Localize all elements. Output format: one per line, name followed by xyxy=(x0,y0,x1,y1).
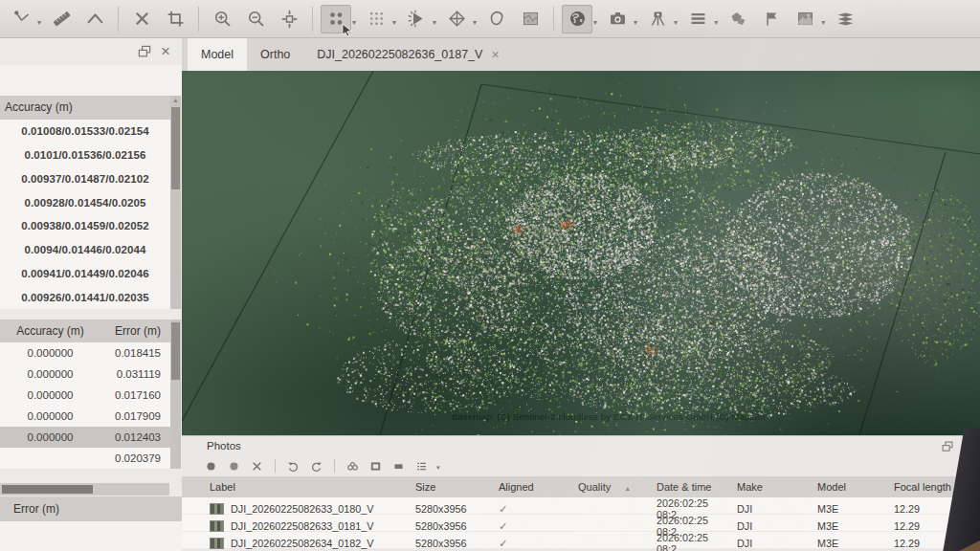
scrollbar-thumb[interactable] xyxy=(171,107,180,189)
crop-icon[interactable] xyxy=(160,5,190,33)
texture-icon[interactable] xyxy=(515,5,546,33)
column-header-date-time[interactable]: Date & time xyxy=(637,481,725,493)
accuracy-value-row[interactable]: 0.0101/0.01536/0.02156 xyxy=(0,143,170,167)
preview-icon[interactable] xyxy=(368,458,384,474)
size-cell: 5280x3956 xyxy=(402,503,486,515)
contour-icon[interactable] xyxy=(481,5,512,33)
sort-indicator-icon: ▲ xyxy=(624,485,631,492)
remove-cameras-icon[interactable] xyxy=(249,458,265,474)
column-header-quality[interactable]: Quality▲ xyxy=(563,481,637,493)
scrollbar-thumb[interactable] xyxy=(2,485,93,494)
column-header-make[interactable]: Make xyxy=(725,481,808,493)
marker-table-row[interactable]: 0.0000000.018415 xyxy=(0,342,170,364)
angle-icon[interactable] xyxy=(79,5,110,33)
marker-table-row[interactable]: 0.0000000.017160 xyxy=(0,385,170,406)
marker-table-row[interactable]: 0.020379 xyxy=(0,448,170,469)
shapes-icon[interactable] xyxy=(723,5,753,33)
zoom-in-icon[interactable] xyxy=(207,5,237,33)
toolbar-separator xyxy=(118,7,119,32)
photos-panel: Photos × ▾ LabelSizeAlignedQuality▲Date … xyxy=(182,435,980,551)
dropdown-caret-icon[interactable]: ▾ xyxy=(674,18,678,27)
delete-selection-icon[interactable] xyxy=(126,5,157,33)
dropdown-caret-icon[interactable]: ▾ xyxy=(37,18,41,27)
model-viewport[interactable]: Basemap: (C) Sentinel-2 cloudless by EOX… xyxy=(182,71,980,435)
scroll-up-icon[interactable]: ▲ xyxy=(170,96,181,105)
thumbnails-icon[interactable] xyxy=(390,458,407,474)
menu-lines-icon[interactable] xyxy=(682,5,713,33)
column-header-model[interactable]: Model xyxy=(808,481,877,493)
tab-label: Model xyxy=(201,48,234,61)
photos-panel-titlebar: Photos × xyxy=(182,436,980,455)
disable-camera-icon[interactable] xyxy=(226,458,242,474)
accuracy-value-row[interactable]: 0.0094/0.01446/0.02044 xyxy=(0,238,170,262)
marker-table-row[interactable]: 0.0000000.017909 xyxy=(0,406,170,427)
aligned-cell: ✓ xyxy=(486,519,563,533)
marker-table-row[interactable]: 0.0000000.012403 xyxy=(0,427,170,448)
photo-table-row[interactable]: DJI_20260225082634_0182_V5280x3956✓2026:… xyxy=(182,532,980,549)
dropdown-caret-icon[interactable]: ▾ xyxy=(821,18,825,27)
photo-label-cell: DJI_20260225082633_0180_V xyxy=(196,503,402,515)
layers-icon[interactable] xyxy=(830,5,860,33)
marker-tool-icon[interactable] xyxy=(6,5,36,33)
error-cell: 0.012403 xyxy=(100,431,170,443)
fit-view-icon[interactable] xyxy=(274,5,304,33)
tie-points-icon[interactable] xyxy=(361,5,391,33)
close-tab-icon[interactable]: × xyxy=(491,49,499,60)
dropdown-caret-icon[interactable]: ▾ xyxy=(634,18,637,27)
dropdown-caret-icon[interactable]: ▾ xyxy=(433,18,436,27)
rotate-right-icon[interactable] xyxy=(308,458,324,474)
photos-table-header: LabelSizeAlignedQuality▲Date & timeMakeM… xyxy=(182,476,980,497)
column-header-size[interactable]: Size xyxy=(402,481,486,493)
column-header-aligned[interactable]: Aligned xyxy=(486,481,563,493)
accuracy-value-row[interactable]: 0.01008/0.01533/0.02154 xyxy=(0,120,170,143)
accuracy-value-row[interactable]: 0.00937/0.01487/0.02102 xyxy=(0,167,170,191)
tab-model[interactable]: Model xyxy=(188,38,247,71)
marker-table-row[interactable]: 0.0000000.031119 xyxy=(0,364,170,385)
accuracy-column-header[interactable]: Accuracy (m) xyxy=(0,324,100,338)
photos-panel-title: Photos xyxy=(207,440,241,452)
dropdown-caret-icon[interactable]: ▾ xyxy=(473,18,477,27)
ruler-icon[interactable] xyxy=(46,5,77,33)
column-header-label[interactable]: Label xyxy=(196,481,402,493)
tab-ortho[interactable]: Ortho xyxy=(247,38,303,71)
photo-thumbnail-icon xyxy=(210,503,224,515)
camera-icon[interactable] xyxy=(602,5,633,33)
photo-table-row[interactable]: DJI_20260225082633_0180_V5280x3956✓2026:… xyxy=(182,497,980,515)
error-section-header[interactable]: Error (m) xyxy=(0,496,182,521)
vertical-scrollbar[interactable]: ▲ xyxy=(170,96,181,309)
accuracy-value-row[interactable]: 0.00928/0.01454/0.0205 xyxy=(0,190,170,214)
dropdown-caret-icon[interactable]: ▾ xyxy=(436,464,440,472)
enable-camera-icon[interactable] xyxy=(203,458,219,474)
dropdown-caret-icon[interactable]: ▾ xyxy=(714,18,718,27)
float-panel-icon[interactable] xyxy=(137,44,152,59)
tripod-camera-icon[interactable] xyxy=(642,5,673,33)
dropdown-caret-icon[interactable]: ▾ xyxy=(392,18,396,27)
accuracy-value-row[interactable]: 0.00941/0.01449/0.02046 xyxy=(0,262,170,286)
scrollbar-thumb[interactable] xyxy=(171,322,180,380)
accuracy-column-header[interactable]: Accuracy (m) xyxy=(0,96,170,120)
flag-icon[interactable] xyxy=(756,5,787,33)
column-header-label: Focal length xyxy=(894,481,951,493)
search-icon[interactable] xyxy=(345,458,361,474)
float-panel-icon[interactable] xyxy=(941,440,954,453)
orthomosaic-icon[interactable] xyxy=(790,5,820,33)
accuracy-value-row[interactable]: 0.00926/0.01441/0.02035 xyxy=(0,285,170,309)
photo-table-row[interactable]: DJI_20260225082633_0181_V5280x3956✓2026:… xyxy=(182,515,980,532)
zoom-out-icon[interactable] xyxy=(240,5,271,33)
shaded-model-icon[interactable] xyxy=(401,5,432,33)
close-panel-icon[interactable]: × xyxy=(161,44,170,59)
globe-icon[interactable] xyxy=(562,5,592,33)
point-cloud-canvas[interactable] xyxy=(182,71,980,435)
accuracy-value-row[interactable]: 0.00938/0.01459/0.02052 xyxy=(0,214,170,238)
error-column-header[interactable]: Error (m) xyxy=(100,324,170,338)
dropdown-caret-icon[interactable]: ▾ xyxy=(593,18,597,27)
horizontal-scrollbar[interactable] xyxy=(0,483,169,496)
wireframe-model-icon[interactable] xyxy=(441,5,472,33)
vertical-scrollbar[interactable] xyxy=(170,320,181,469)
point-cloud-icon[interactable] xyxy=(321,5,351,33)
tab-dji-20260225082636-0187-v[interactable]: DJI_20260225082636_0187_V× xyxy=(303,38,512,71)
rotate-left-icon[interactable] xyxy=(285,458,301,474)
tab-label: Ortho xyxy=(260,48,290,61)
photo-label: DJI_20260225082634_0182_V xyxy=(231,538,374,549)
view-list-icon[interactable] xyxy=(413,458,430,474)
